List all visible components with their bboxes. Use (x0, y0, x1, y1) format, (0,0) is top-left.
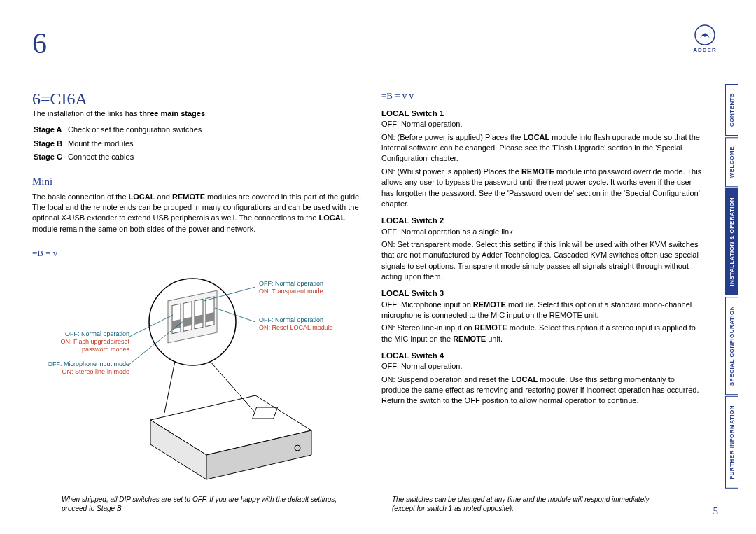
tab-welcome[interactable]: WELCOME (725, 137, 738, 187)
stage-a-desc: Check or set the configuration switches (68, 125, 206, 136)
callout-sw1: OFF: Normal operation ON: Flash upgrade/… (46, 330, 130, 353)
stage-b-desc: Mount the modules (68, 139, 206, 150)
tab-contents[interactable]: CONTENTS (725, 84, 738, 136)
svg-rect-13 (195, 314, 203, 325)
page-number-top: 6 (32, 27, 47, 60)
side-navigation: CONTENTS WELCOME INSTALLATION & OPERATIO… (725, 84, 749, 490)
footer-note-right: The switches can be changed at any time … (392, 495, 658, 513)
switch1-title: LOCAL Switch 1 (382, 108, 704, 119)
stage-c-label: Stage C (34, 152, 66, 164)
switch1-on2: ON: (Whilst power is applied) Places the… (382, 167, 704, 210)
stage-b-label: Stage B (34, 139, 66, 150)
logo-text: ADDER (691, 47, 719, 53)
right-heading: =B = v v (382, 90, 704, 102)
switch1-on1: ON: (Before power is applied) Places the… (382, 132, 704, 164)
svg-rect-8 (183, 302, 192, 332)
switch2-title: LOCAL Switch 2 (382, 215, 704, 226)
switch3-title: LOCAL Switch 3 (382, 288, 704, 299)
svg-rect-14 (206, 312, 214, 323)
switch4-off: OFF: Normal operation. (382, 361, 704, 372)
switch2-off: OFF: Normal operation as a single link. (382, 227, 704, 237)
dip-switch-diagram: OFF: Normal operation ON: Flash upgrade/… (52, 273, 346, 448)
switch4-title: LOCAL Switch 4 (382, 350, 704, 361)
snake-icon (694, 24, 715, 45)
right-column: =B = v v LOCAL Switch 1 OFF: Normal oper… (382, 90, 704, 409)
stage-a-heading: =B = v (32, 247, 368, 260)
stage-c-desc: Connect the cables (68, 152, 206, 164)
callout-sw3: OFF: Normal operation ON: Transparent mo… (259, 280, 350, 295)
page-number-bottom: 5 (713, 505, 719, 517)
stage-table: Stage ACheck or set the configuration sw… (32, 123, 207, 165)
adder-logo: ADDER (691, 24, 719, 59)
callout-sw2: OFF: Microphone input mode ON: Stereo li… (46, 360, 130, 376)
tab-special-config[interactable]: SPECIAL CONFIGURATION (725, 297, 738, 395)
body-left-para: The basic connection of the LOCAL and RE… (32, 192, 368, 235)
switch4-on: ON: Suspend operation and reset the LOCA… (382, 374, 704, 407)
stage-a-label: Stage A (34, 125, 66, 136)
tab-installation[interactable]: INSTALLATION & OPERATION (725, 188, 738, 295)
main-title: 6=CI6A (32, 90, 88, 108)
switch3-off: OFF: Microphone input on REMOTE module. … (382, 300, 704, 321)
callout-sw4: OFF: Normal operation ON: Reset LOCAL mo… (259, 316, 350, 332)
module-illustration (52, 273, 346, 483)
footer-note-left: When shipped, all DIP switches are set t… (62, 495, 356, 513)
svg-rect-12 (183, 317, 192, 328)
left-column: The installation of the links has three … (32, 108, 368, 264)
intro-line: The installation of the links has three … (32, 108, 368, 119)
mini-subhead: Mini (32, 174, 368, 189)
switch2-on: ON: Set transparent mode. Select this se… (382, 239, 704, 283)
tab-further-info[interactable]: FURTHER INFORMATION (725, 396, 738, 489)
switch1-off: OFF: Normal operation. (382, 119, 704, 129)
switch3-on: ON: Stereo line-in input on REMOTE modul… (382, 323, 704, 344)
svg-line-4 (164, 361, 175, 413)
